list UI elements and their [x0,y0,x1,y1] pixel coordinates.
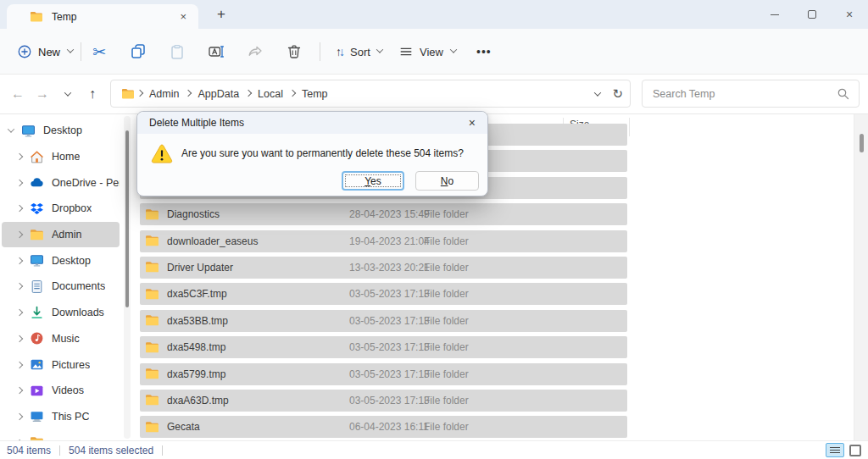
column-divider[interactable] [629,118,630,136]
items-count: 504 items [7,445,51,456]
more-options-button[interactable]: ••• [468,39,500,64]
chevron-collapsed-icon[interactable] [16,387,23,394]
address-bar[interactable]: Admin AppData Local Temp ↻ [110,80,631,108]
file-row-dxa5799[interactable]: dxa5799.tmp 03-05-2023 17:13 File folder [140,363,627,385]
forward-button[interactable]: → [33,85,52,103]
home-icon [30,150,44,164]
sidebar-scrollbar[interactable] [124,116,131,439]
sidebar-item-desktop[interactable]: Desktop [2,247,120,274]
file-row-dxa53bb[interactable]: dxa53BB.tmp 03-05-2023 17:13 File folder [140,310,627,332]
large-icons-view-toggle[interactable] [849,445,861,456]
chevron-down-icon [64,89,71,96]
view-button-label: View [420,46,443,58]
delete-button[interactable] [279,39,309,64]
cut-button[interactable]: ✂ [84,39,114,64]
chevron-collapsed-icon[interactable] [16,309,23,316]
maximize-button[interactable] [793,0,831,29]
chevron-collapsed-icon[interactable] [16,335,23,342]
refresh-icon[interactable]: ↻ [612,86,623,102]
breadcrumb-admin[interactable]: Admin [145,86,183,102]
chevron-collapsed-icon[interactable] [16,205,23,212]
sidebar-item-pictures[interactable]: Pictures [2,351,120,378]
sidebar-item-dropbox[interactable]: Dropbox [2,196,120,222]
sidebar-item-admin[interactable]: Admin [2,222,120,248]
copy-button[interactable] [123,39,153,64]
vertical-scrollbar[interactable] [854,114,868,440]
breadcrumb-appdata[interactable]: AppData [193,86,243,102]
file-row-dxa5c3f[interactable]: dxa5C3F.tmp 03-05-2023 17:13 File folder [140,283,627,305]
minimize-button[interactable] [756,0,793,29]
breadcrumb-separator-icon [136,89,143,96]
new-button-label: New [38,46,60,58]
file-row-diagnostics[interactable]: Diagnostics 28-04-2023 15:49 File folder [140,203,627,225]
tab-close-icon[interactable]: × [176,10,190,23]
file-row-dxa5498[interactable]: dxa5498.tmp 03-05-2023 17:13 File folder [140,336,627,358]
address-dropdown-chevron-icon[interactable] [594,89,601,96]
breadcrumb-separator-icon [185,89,192,96]
chevron-collapsed-icon[interactable] [16,283,23,290]
close-window-button[interactable]: × [831,0,868,29]
dialog-close-icon[interactable]: × [467,116,477,130]
sort-icon: ↑↓ [336,46,345,58]
rename-button[interactable] [201,39,231,64]
chevron-collapsed-icon[interactable] [16,257,23,264]
file-explorer-window: Temp × + × New ✂ [0,0,868,459]
chevron-down-icon [450,46,457,53]
new-tab-button[interactable]: + [210,3,232,25]
scissors-icon: ✂ [92,44,106,60]
window-controls: × [756,0,868,29]
no-button[interactable]: No [415,171,479,191]
yes-button[interactable]: Yes [342,171,404,191]
status-divider [59,445,60,456]
sort-button-label: Sort [350,46,370,58]
file-row-driver-updater[interactable]: Driver Updater 13-03-2023 20:21 File fol… [140,257,627,279]
sidebar-item-music[interactable]: Music [2,326,120,352]
status-bar: 504 items 504 items selected [0,440,868,459]
explorer-tab[interactable]: Temp × [7,4,198,29]
view-button[interactable]: View [392,39,463,64]
desktop-monitor-icon [21,124,36,138]
trash-icon [286,43,303,60]
breadcrumb-separator-icon [245,89,252,96]
sidebar-scrollbar-thumb[interactable] [125,130,129,307]
chevron-collapsed-icon[interactable] [16,413,23,420]
copy-icon [130,43,147,60]
folder-icon [145,367,159,381]
chevron-expanded-icon[interactable] [8,126,14,133]
share-button[interactable] [240,39,270,64]
delete-confirmation-dialog: Delete Multiple Items × Are you sure you… [136,111,488,196]
new-button[interactable]: New [10,39,80,64]
vertical-scrollbar-thumb[interactable] [860,134,864,152]
folder-icon [145,260,159,274]
sidebar-item-onedrive[interactable]: OneDrive - Per [2,169,120,196]
recent-locations-button[interactable] [58,85,77,103]
sidebar-item-home[interactable]: Home [2,144,120,170]
file-row-gecata[interactable]: Gecata 06-04-2023 16:11 File folder [140,416,627,438]
chevron-collapsed-icon[interactable] [16,231,23,238]
chevron-collapsed-icon[interactable] [16,153,23,160]
back-button[interactable]: ← [8,85,27,103]
onedrive-cloud-icon [30,175,44,190]
sidebar-item-this-pc[interactable]: This PC [2,404,120,430]
details-view-toggle[interactable] [826,443,844,457]
sort-button[interactable]: ↑↓ Sort [329,39,389,64]
file-row-dxaa63d[interactable]: dxaA63D.tmp 03-05-2023 17:13 File folder [140,390,627,412]
chevron-collapsed-icon[interactable] [16,179,23,185]
breadcrumb-temp[interactable]: Temp [298,86,332,102]
folder-icon [145,287,159,301]
up-button[interactable]: ↑ [83,85,102,103]
paste-button[interactable] [162,39,192,64]
sidebar-item-videos[interactable]: Videos [2,378,120,404]
sidebar-item-desktop-root[interactable]: Desktop [2,118,120,144]
file-row-downloader-easeus[interactable]: downloader_easeus 19-04-2023 21:04 File … [140,230,627,252]
sidebar-item-downloads[interactable]: Downloads [2,300,120,326]
folder-icon [145,234,159,248]
chevron-collapsed-icon[interactable] [16,361,23,368]
sidebar-item-clipped[interactable] [2,429,120,440]
dialog-title: Delete Multiple Items [149,117,467,129]
search-icon [837,87,850,101]
sidebar-item-documents[interactable]: Documents [2,274,120,300]
breadcrumb-local[interactable]: Local [253,86,287,102]
search-input[interactable] [653,88,837,100]
search-box[interactable] [642,80,860,108]
